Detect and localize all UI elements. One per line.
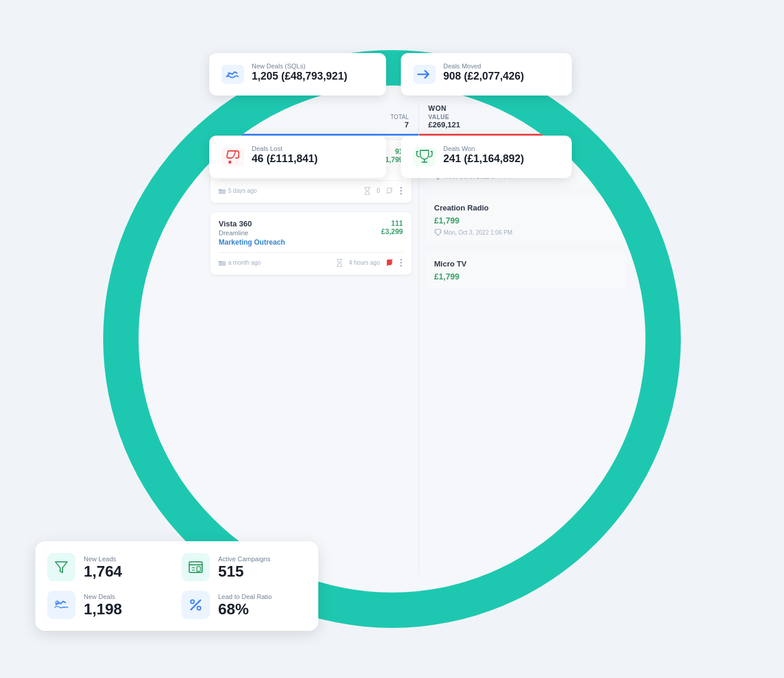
deal-pipeline-vista: Marketing Outreach bbox=[219, 238, 285, 246]
svg-rect-5 bbox=[156, 162, 160, 166]
funnel-icon bbox=[53, 559, 70, 575]
proposal-col-title: PROPOSAL bbox=[213, 104, 409, 113]
won-company-micro: Micro TV bbox=[434, 259, 619, 268]
stat-label-new-deals-sqls: New Deals (SQLs) bbox=[252, 62, 347, 70]
deal-score-vista: 111 bbox=[381, 219, 403, 228]
metric-label-active-campaigns: Active Campaigns bbox=[218, 555, 271, 562]
more-dots-vista[interactable] bbox=[399, 258, 403, 268]
svg-rect-7 bbox=[156, 167, 160, 171]
won-amount-micro: £1,799 bbox=[434, 272, 619, 281]
thumbsdown-icon-wrap bbox=[221, 145, 245, 169]
svg-rect-11 bbox=[219, 261, 222, 262]
metric-value-new-deals: 1,198 bbox=[84, 601, 122, 617]
won-value-label: VALUE bbox=[429, 114, 460, 120]
metric-item-lead-deal-ratio: Lead to Deal Ratio 68% bbox=[182, 591, 307, 619]
grid-icon-score bbox=[150, 133, 161, 143]
grid-icon-value bbox=[150, 161, 161, 172]
percent-icon-wrap bbox=[182, 591, 210, 619]
svg-point-13 bbox=[228, 72, 230, 74]
svg-rect-3 bbox=[156, 139, 160, 143]
won-value: £269,121 bbox=[429, 120, 460, 129]
sidebar-item-score[interactable]: Score bbox=[150, 133, 187, 143]
hourglass-icon bbox=[364, 187, 371, 195]
metric-item-new-leads: New Leads 1,764 bbox=[47, 553, 172, 581]
metric-value-new-leads: 1,764 bbox=[84, 564, 122, 579]
metric-value-active-campaigns: 515 bbox=[218, 564, 271, 579]
won-amount-creation: £1,799 bbox=[434, 216, 619, 225]
stat-label-deals-won: Deals Won bbox=[443, 145, 524, 152]
sidebar-item-value[interactable]: Value bbox=[150, 161, 187, 172]
proposal-total-label: TOTAL bbox=[390, 114, 409, 120]
deals-icon bbox=[53, 597, 70, 613]
metrics-grid: New Leads 1,764 Active Campaigns 515 bbox=[35, 541, 318, 631]
svg-rect-4 bbox=[151, 162, 155, 166]
arrow-right-icon bbox=[413, 65, 436, 84]
flag-icon-vista bbox=[386, 259, 393, 266]
proposal-col-meta: VALUE £15,486 TOTAL 7 bbox=[213, 114, 409, 129]
svg-point-22 bbox=[197, 607, 201, 610]
sidebar-value-label: Value bbox=[166, 162, 186, 171]
proposal-total-num: 7 bbox=[390, 120, 409, 129]
campaign-icon-wrap bbox=[182, 553, 210, 581]
trophy-icon-small-2 bbox=[434, 229, 442, 236]
svg-rect-9 bbox=[219, 189, 222, 190]
sidebar-nav: Score Value bbox=[150, 133, 187, 172]
sidebar-score-label: Score bbox=[166, 133, 187, 143]
arrow-right-icon-wrap bbox=[413, 62, 436, 86]
svg-point-16 bbox=[229, 161, 232, 164]
deals-icon-wrap bbox=[47, 591, 75, 619]
deal-time-retro-fix: 5 days ago bbox=[219, 187, 257, 195]
deal-company-vista: Dreamline bbox=[219, 229, 285, 236]
deal-name-vista: Vista 360 bbox=[219, 219, 285, 228]
proposal-col-header: PROPOSAL VALUE £15,486 TOTAL 7 bbox=[203, 97, 419, 136]
metric-item-active-campaigns: Active Campaigns 515 bbox=[182, 553, 307, 581]
more-dots-retro[interactable] bbox=[399, 186, 403, 196]
stat-card-deals-won: Deals Won 241 (£1,164,892) bbox=[401, 136, 572, 178]
svg-point-21 bbox=[191, 600, 195, 604]
metric-label-lead-deal-ratio: Lead to Deal Ratio bbox=[218, 593, 272, 600]
deal-time-vista: a month ago bbox=[219, 259, 261, 266]
metric-label-new-leads: New Leads bbox=[84, 555, 122, 562]
svg-rect-6 bbox=[151, 167, 155, 171]
svg-point-20 bbox=[56, 601, 59, 604]
svg-rect-0 bbox=[151, 133, 155, 137]
stat-value-deals-won: 241 (£1,164,892) bbox=[443, 153, 524, 165]
handshake-icon bbox=[222, 65, 244, 84]
stat-value-deals-lost: 46 (£111,841) bbox=[252, 153, 318, 165]
stat-card-deals-lost: Deals Lost 46 (£111,841) bbox=[209, 136, 386, 178]
won-col-title: WON bbox=[429, 104, 625, 113]
metric-label-new-deals: New Deals bbox=[84, 593, 122, 600]
won-company-creation: Creation Radio bbox=[434, 203, 619, 212]
funnel-icon-wrap bbox=[47, 553, 75, 581]
proposal-value: £15,486 bbox=[213, 120, 241, 129]
won-col-header: WON VALUE £269,121 bbox=[419, 97, 634, 136]
trophy-icon bbox=[413, 147, 436, 166]
folder-icon bbox=[219, 187, 226, 195]
thumbsdown-icon bbox=[222, 147, 244, 166]
trophy-icon-wrap bbox=[413, 145, 436, 169]
svg-rect-2 bbox=[151, 139, 155, 143]
stat-card-new-deals-sqls: New Deals (SQLs) 1,205 (£48,793,921) bbox=[209, 53, 386, 96]
won-card-micro-tv[interactable]: Micro TV £1,799 bbox=[426, 252, 627, 288]
deal-icons-vista: 4 hours ago bbox=[336, 258, 403, 268]
svg-rect-1 bbox=[156, 133, 160, 137]
won-date-creation: Mon, Oct 3, 2022 1:06 PM bbox=[434, 229, 619, 236]
campaign-icon bbox=[187, 559, 204, 575]
svg-rect-19 bbox=[197, 567, 200, 571]
stat-value-deals-moved: 908 (£2,077,426) bbox=[443, 71, 524, 83]
won-col-meta: VALUE £269,121 bbox=[429, 114, 625, 129]
stat-value-new-deals-sqls: 1,205 (£48,793,921) bbox=[252, 71, 347, 83]
proposal-value-label: VALUE bbox=[213, 114, 241, 120]
stat-card-deals-moved: Deals Moved 908 (£2,077,426) bbox=[401, 53, 572, 96]
metric-item-new-deals: New Deals 1,198 bbox=[47, 591, 172, 619]
scene: Score Value PROPOSAL bbox=[0, 0, 784, 678]
stat-label-deals-lost: Deals Lost bbox=[252, 145, 318, 152]
deal-card-vista-360[interactable]: Vista 360 Dreamline Marketing Outreach 1… bbox=[210, 212, 411, 275]
handshake-icon-wrap bbox=[221, 62, 245, 86]
flag-icon-retro bbox=[386, 187, 393, 195]
won-card-creation-radio[interactable]: Creation Radio £1,799 Mon, Oct 3, 2022 1… bbox=[426, 196, 627, 243]
hourglass-icon-vista bbox=[336, 259, 343, 267]
stat-label-deals-moved: Deals Moved bbox=[443, 62, 524, 70]
deal-icons-retro-fix: 0 bbox=[364, 186, 403, 196]
folder-icon-vista bbox=[219, 259, 226, 266]
